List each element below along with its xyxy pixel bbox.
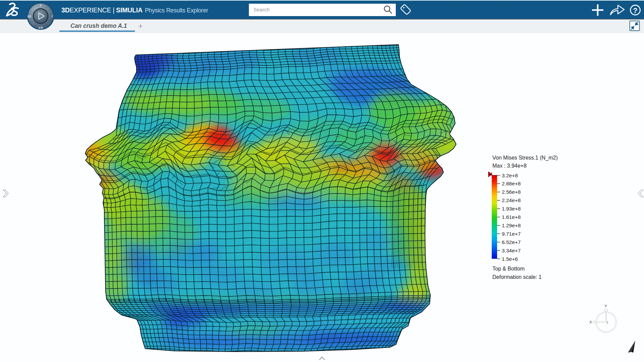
svg-text:Y: Y [604, 304, 607, 308]
svg-text:Top & Bottom: Top & Bottom [492, 266, 525, 272]
svg-text:Deformation scale: 1: Deformation scale: 1 [492, 274, 542, 280]
svg-text:i': i' [52, 15, 53, 18]
svg-text:9.71e+7: 9.71e+7 [502, 231, 521, 237]
svg-text:z: z [607, 320, 608, 324]
svg-text:?: ? [633, 6, 637, 15]
svg-text:3D: 3D [27, 15, 31, 18]
svg-text:2.88e+8: 2.88e+8 [502, 181, 521, 186]
svg-text:3.2e+8: 3.2e+8 [502, 173, 518, 178]
svg-text:Max : 3.94e+8: Max : 3.94e+8 [492, 163, 527, 169]
svg-text:Von Mises Stress.1 (N_m2): Von Mises Stress.1 (N_m2) [492, 155, 558, 161]
svg-text:3DEXPERIENCE|SIMULIAPhysics Re: 3DEXPERIENCE|SIMULIAPhysics Results Expl… [61, 6, 208, 14]
svg-text:V.R: V.R [38, 26, 43, 29]
svg-text:2.24e+8: 2.24e+8 [502, 197, 521, 203]
svg-text:3.34e+7: 3.34e+7 [502, 248, 521, 253]
svg-text:6.52e+7: 6.52e+7 [502, 239, 521, 245]
svg-text:Y: Y [40, 3, 42, 7]
svg-text:1.93e+8: 1.93e+8 [502, 206, 521, 212]
svg-text:1.61e+8: 1.61e+8 [502, 214, 521, 220]
svg-text:1.5e+6: 1.5e+6 [502, 256, 518, 262]
svg-text:1.29e+8: 1.29e+8 [502, 223, 521, 228]
svg-text:2.56e+8: 2.56e+8 [502, 189, 521, 195]
svg-text:X: X [589, 320, 592, 324]
